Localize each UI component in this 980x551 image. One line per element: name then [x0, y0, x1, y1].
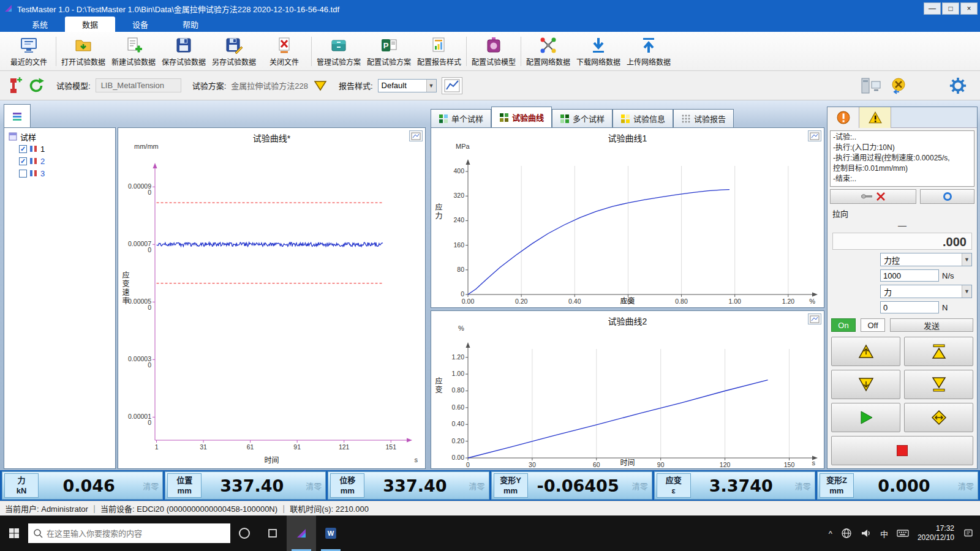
return-position-button[interactable]	[904, 403, 973, 432]
minimize-button[interactable]: —	[924, 2, 941, 15]
toolbar-button-save-data[interactable]: 保存试验数据	[159, 34, 209, 69]
checkbox-checked[interactable]: ✓	[19, 145, 27, 153]
toolbar-button-manage-scheme[interactable]: 管理试验方案	[314, 34, 364, 69]
strain-rate-chart-panel: 试验曲线* mm/mm 应变速率 13161911211510.0000100.…	[118, 127, 426, 469]
device-status-icon	[860, 77, 882, 95]
stop-button[interactable]	[831, 436, 973, 465]
maximize-button[interactable]: □	[942, 2, 959, 15]
jog-up-limit-button[interactable]	[904, 337, 973, 366]
config-network-icon	[539, 36, 557, 54]
toolbar-button-recent-files[interactable]: 最近的文件	[4, 34, 54, 69]
toolbar-separator	[466, 37, 467, 66]
target-input[interactable]	[880, 301, 939, 313]
search-input[interactable]	[47, 529, 212, 538]
taskbar-search[interactable]	[28, 523, 230, 543]
tree-item-label: 3	[40, 169, 45, 178]
close-button[interactable]: ×	[960, 2, 978, 15]
svg-text:160: 160	[453, 241, 464, 249]
down-to-bottom-icon	[930, 376, 948, 393]
taskbar-app-word[interactable]: W	[316, 515, 345, 551]
toolbar-button-upload-network[interactable]: 上传网络数据	[624, 34, 674, 69]
control-mode-select[interactable]: 力控 ▼	[880, 253, 972, 266]
measurement-name: 位置	[176, 475, 192, 485]
report-style-select[interactable]: Default ▼	[378, 79, 437, 92]
action-center-icon[interactable]	[963, 528, 974, 539]
start-button[interactable]	[0, 515, 28, 551]
tab-warnings[interactable]	[859, 107, 891, 128]
chart-snapshot-button[interactable]	[808, 130, 821, 141]
chart-snapshot-button[interactable]	[409, 130, 423, 141]
toolbar-button-save-as-data[interactable]: 另存试验数据	[209, 34, 259, 69]
jog-down-fast-button[interactable]	[831, 370, 900, 399]
tab-test-info[interactable]: 试验信息	[612, 109, 673, 127]
close-file-icon	[275, 36, 293, 54]
specimen-list-tab[interactable]	[4, 104, 31, 127]
volume-icon[interactable]	[861, 528, 872, 539]
clear-button[interactable]: 清零	[466, 480, 489, 492]
tab-multi-specimen[interactable]: 多个试样	[552, 109, 612, 127]
toolbar-button-open-data[interactable]: 打开试验数据	[58, 34, 108, 69]
speed-input[interactable]	[880, 269, 939, 282]
tree-root[interactable]: 试样	[8, 130, 111, 143]
svg-text:61: 61	[247, 443, 254, 451]
run-test-button[interactable]	[831, 403, 900, 432]
clear-button[interactable]: 清零	[139, 480, 162, 492]
menu-system[interactable]: 系统	[15, 17, 65, 32]
download-network-icon	[589, 36, 608, 54]
toolbar-button-close-file[interactable]: 关闭文件	[259, 34, 309, 69]
refresh-icon[interactable]	[27, 77, 45, 95]
taskbar-app-testmaster[interactable]	[287, 515, 316, 551]
target-mode-select[interactable]: 力 ▼	[880, 285, 972, 298]
windows-taskbar: W ^ 中 17:32 2020/12/10	[0, 515, 980, 551]
taskbar-clock[interactable]: 17:32 2020/12/10	[918, 524, 954, 542]
clear-button[interactable]: 清零	[628, 480, 652, 492]
checkbox-unchecked[interactable]	[19, 170, 27, 178]
measurement-name: 变形Z	[826, 475, 847, 485]
language-indicator[interactable]: 中	[880, 528, 888, 539]
checkbox-checked[interactable]: ✓	[19, 157, 27, 165]
on-button[interactable]: On	[831, 318, 856, 332]
tree-item-3[interactable]: 3	[8, 167, 111, 179]
clear-button[interactable]: 清零	[302, 480, 325, 492]
send-button[interactable]: 发送	[890, 318, 973, 332]
link-button[interactable]	[920, 189, 974, 204]
settings-gear-icon[interactable]	[949, 77, 967, 94]
tray-expand-chevron[interactable]: ^	[829, 529, 832, 538]
tab-test-curves[interactable]: 试验曲线	[491, 107, 552, 127]
jog-up-fast-button[interactable]	[831, 337, 900, 366]
target-mode-value: 力	[884, 286, 892, 298]
toolbar-button-config-report-style[interactable]: 配置报告样式	[414, 34, 464, 69]
toolbar-button-download-network[interactable]: 下载网络数据	[573, 34, 624, 69]
svg-text:0.80: 0.80	[452, 386, 465, 394]
toolbar-button-config-model[interactable]: 配置试验模型	[469, 34, 519, 69]
tab-test-report[interactable]: 试验报告	[673, 109, 734, 127]
model-value: LIB_MetalTension	[96, 78, 181, 92]
tree-item-1[interactable]: ✓ 1	[8, 143, 111, 155]
menu-help[interactable]: 帮助	[165, 17, 216, 32]
curve-settings-button[interactable]	[442, 77, 462, 94]
toolbar-button-config-network[interactable]: 配置网络数据	[523, 34, 573, 69]
tab-single-specimen[interactable]: 单个试样	[431, 109, 491, 127]
chart-snapshot-button[interactable]	[808, 313, 821, 324]
jog-down-limit-button[interactable]	[904, 370, 973, 399]
menu-data[interactable]: 数据	[65, 17, 115, 32]
svg-text:31: 31	[200, 443, 207, 451]
cortana-button[interactable]	[230, 515, 258, 551]
task-view-button[interactable]	[258, 515, 287, 551]
network-icon[interactable]	[841, 528, 852, 539]
save-data-icon	[175, 36, 193, 54]
tab-alerts[interactable]	[827, 107, 859, 128]
toolbar-separator	[521, 37, 521, 66]
log-line: -试验:..	[833, 132, 971, 143]
toolbar-button-new-data[interactable]: 新建试验数据	[108, 34, 159, 69]
clear-button[interactable]: 清零	[954, 480, 978, 492]
disable-tools-button[interactable]	[830, 189, 916, 204]
new-specimen-icon[interactable]	[6, 77, 22, 95]
off-button[interactable]: Off	[861, 318, 885, 332]
cl​ear-button[interactable]: 清零	[791, 480, 815, 492]
svg-text:0: 0	[148, 304, 151, 311]
tree-item-2[interactable]: ✓ 2	[8, 155, 111, 167]
menu-device[interactable]: 设备	[115, 17, 165, 32]
touch-keyboard-icon[interactable]	[897, 528, 909, 539]
toolbar-button-config-scheme[interactable]: P 配置试验方案	[364, 34, 414, 69]
